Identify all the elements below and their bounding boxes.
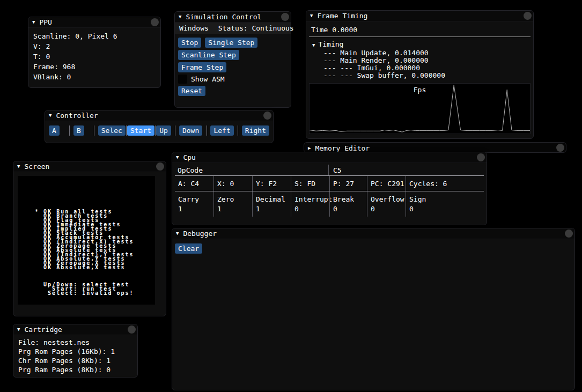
flag-sign: Sign0 xyxy=(406,191,484,217)
collapse-arrow-icon[interactable]: ▼ xyxy=(32,20,35,25)
debugger-window: ▼ Debugger Clear xyxy=(172,228,575,390)
register-pc: PC: C291 xyxy=(367,176,406,191)
controller-button-a[interactable]: A xyxy=(49,125,60,136)
debugger-titlebar[interactable]: ▼ Debugger xyxy=(172,228,574,239)
fps-plot: Fps xyxy=(309,83,531,134)
ppu-v-text: V: 2 xyxy=(33,41,156,51)
controller-button-right[interactable]: Right xyxy=(242,125,269,136)
timing-tree-label: Timing xyxy=(318,40,343,48)
collapse-arrow-icon[interactable]: ▼ xyxy=(310,13,313,18)
flag-decimal: Decimal1 xyxy=(252,191,291,217)
screen-title: Screen xyxy=(24,162,49,171)
single-step-button[interactable]: Single Step xyxy=(205,38,257,48)
scanline-step-button[interactable]: Scanline Step xyxy=(178,50,239,60)
timing-item-main-render: --- Main Render, 0.000000 xyxy=(309,57,531,64)
close-button[interactable] xyxy=(263,112,271,120)
separator xyxy=(126,125,127,136)
flags-row: Carry1 Zero1 Decimal1 Interrupt0 Break0 … xyxy=(175,191,484,217)
ppu-vblank-text: VBlank: 0 xyxy=(33,72,156,82)
cartridge-prg-rom-text: Prg Rom Pages (16Kb): 1 xyxy=(18,347,132,356)
menu-windows[interactable]: Windows xyxy=(179,24,209,32)
frame-time-text: Time 0.0000 xyxy=(309,25,531,35)
frame-timing-title: Frame Timing xyxy=(317,12,367,20)
register-y: Y: F2 xyxy=(252,176,291,191)
controller-button-down[interactable]: Down xyxy=(179,125,202,136)
controller-button-select[interactable]: Selec xyxy=(98,125,126,136)
close-button[interactable] xyxy=(151,18,159,26)
controller-button-b[interactable]: B xyxy=(73,125,84,136)
screen-window: ▼ Screen * OK Run all tests OK Branch te… xyxy=(13,161,166,316)
register-cycles: Cycles: 6 xyxy=(406,176,484,191)
cpu-titlebar[interactable]: ▼ Cpu xyxy=(172,152,487,163)
ppu-t-text: T: 0 xyxy=(33,51,156,62)
show-asm-label: Show ASM xyxy=(191,75,225,83)
simulation-control-titlebar[interactable]: ▼ Simulation Control xyxy=(175,12,291,23)
timing-tree-node[interactable]: ▼Timing xyxy=(309,40,531,49)
opcode-label: OpCode xyxy=(175,166,328,174)
flag-carry: Carry1 xyxy=(175,191,213,217)
debugger-title: Debugger xyxy=(183,230,217,238)
opcode-value: C5 xyxy=(328,165,484,175)
flag-overflow: Overflow0 xyxy=(367,191,406,217)
separator xyxy=(238,125,238,136)
stop-button[interactable]: Stop xyxy=(178,38,201,48)
close-button[interactable] xyxy=(556,144,564,152)
nes-screen-display: * OK Run all tests OK Branch tests OK Fl… xyxy=(18,176,155,305)
collapse-arrow-icon[interactable]: ▼ xyxy=(49,113,51,118)
cartridge-chr-rom-text: Chr Rom Pages (8Kb): 1 xyxy=(18,356,132,365)
menu-status[interactable]: Status: Continuous xyxy=(218,24,294,32)
controller-window: ▼ Controller A B Selec Start Up Down Lef… xyxy=(45,110,274,143)
frame-step-button[interactable]: Frame Step xyxy=(178,62,226,72)
nes-screen-text: * OK Run all tests OK Branch tests OK Fl… xyxy=(26,193,134,295)
close-button[interactable] xyxy=(156,162,164,171)
timing-item-imgui: --- --- ImGui, 0.000000 xyxy=(309,64,531,72)
separator xyxy=(94,125,94,136)
cartridge-window: ▼ Cartridge File: nestest.nes Prg Rom Pa… xyxy=(13,324,138,378)
reset-button[interactable]: Reset xyxy=(178,86,205,96)
controller-button-left[interactable]: Left xyxy=(210,125,233,136)
flag-zero: Zero1 xyxy=(213,191,252,217)
collapse-arrow-icon[interactable]: ▶ xyxy=(308,146,311,151)
memory-editor-title: Memory Editor xyxy=(315,144,370,152)
show-asm-checkbox[interactable] xyxy=(178,75,187,84)
simulation-control-title: Simulation Control xyxy=(186,13,261,21)
collapse-arrow-icon[interactable]: ▼ xyxy=(17,164,20,169)
frame-timing-window: ▼ Frame Timing Time 0.0000 ▼Timing --- M… xyxy=(306,10,534,139)
register-a: A: C4 xyxy=(175,176,213,191)
desktop: { "colors": { "page_bg": "#000000", "win… xyxy=(0,0,582,392)
controller-title: Controller xyxy=(56,112,98,120)
flag-interrupt: Interrupt0 xyxy=(291,191,329,217)
controller-button-up[interactable]: Up xyxy=(156,125,171,136)
clear-button[interactable]: Clear xyxy=(175,243,202,254)
separator xyxy=(309,36,531,37)
controller-button-start[interactable]: Start xyxy=(127,125,154,136)
close-button[interactable] xyxy=(281,13,289,21)
close-button[interactable] xyxy=(477,153,485,161)
collapse-arrow-icon[interactable]: ▼ xyxy=(17,327,20,332)
frame-timing-titlebar[interactable]: ▼ Frame Timing xyxy=(306,11,533,21)
controller-titlebar[interactable]: ▼ Controller xyxy=(45,110,273,121)
cpu-title: Cpu xyxy=(183,153,195,161)
ppu-title: PPU xyxy=(39,18,51,26)
collapse-arrow-icon[interactable]: ▼ xyxy=(179,14,181,19)
simulation-control-window: ▼ Simulation Control Windows Status: Con… xyxy=(174,11,291,108)
separator xyxy=(175,125,175,136)
ppu-frame-text: Frame: 968 xyxy=(33,62,156,72)
ppu-titlebar[interactable]: ▼ PPU xyxy=(28,17,160,28)
close-button[interactable] xyxy=(565,230,573,238)
flag-break: Break0 xyxy=(329,191,367,217)
collapse-arrow-icon[interactable]: ▼ xyxy=(176,231,179,236)
cartridge-titlebar[interactable]: ▼ Cartridge xyxy=(13,324,137,335)
registers-row: A: C4 X: 0 Y: F2 S: FD P: 27 PC: C291 Cy… xyxy=(175,176,484,191)
separator xyxy=(69,125,70,136)
close-button[interactable] xyxy=(524,12,532,20)
simulation-control-menubar: Windows Status: Continuous xyxy=(175,23,291,34)
screen-titlebar[interactable]: ▼ Screen xyxy=(13,161,166,172)
memory-editor-window: ▶ Memory Editor xyxy=(304,142,566,153)
tree-expand-arrow-icon[interactable]: ▼ xyxy=(312,42,315,48)
register-x: X: 0 xyxy=(213,176,252,191)
separator xyxy=(155,125,156,136)
cartridge-title: Cartridge xyxy=(24,326,62,334)
collapse-arrow-icon[interactable]: ▼ xyxy=(176,155,179,160)
close-button[interactable] xyxy=(128,326,136,334)
